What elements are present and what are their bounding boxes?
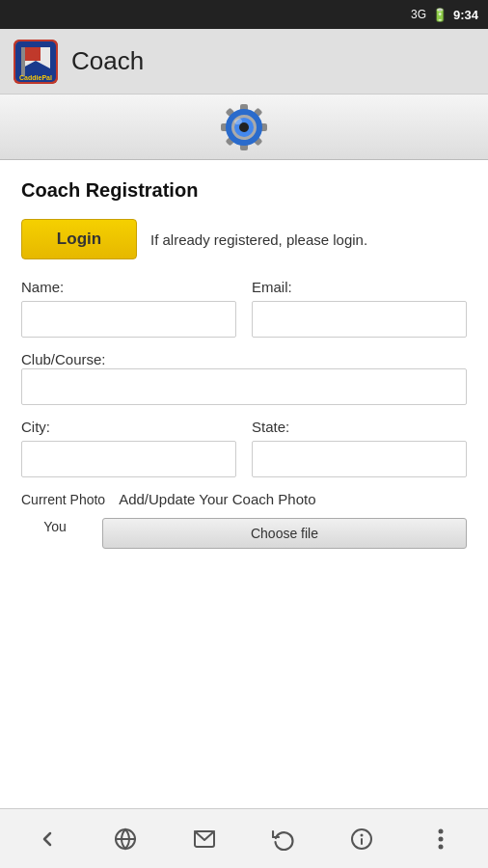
app-bar: CaddiePal Coach (0, 29, 488, 95)
state-group: State: (252, 419, 467, 477)
svg-point-17 (239, 122, 249, 132)
status-bar: 3G 🔋 9:34 (0, 0, 488, 29)
login-row: Login If already registered, please logi… (21, 219, 467, 259)
city-state-row: City: State: (21, 419, 467, 477)
svg-point-25 (439, 828, 444, 833)
back-nav-button[interactable] (26, 818, 68, 860)
refresh-nav-button[interactable] (262, 818, 305, 860)
page-title: Coach Registration (21, 179, 467, 202)
photo-content: Add/Update Your Coach Photo (119, 491, 467, 507)
current-photo-label: Current Photo (21, 491, 105, 508)
city-label: City: (21, 419, 236, 435)
club-course-row: Club/Course: (21, 351, 467, 405)
clock: 9:34 (453, 8, 478, 22)
email-input[interactable] (252, 301, 467, 338)
battery-icon: 🔋 (432, 8, 447, 22)
globe-nav-button[interactable] (104, 818, 147, 860)
gear-icon (219, 102, 269, 152)
svg-text:CaddiePal: CaddiePal (19, 74, 52, 81)
app-logo: CaddiePal (14, 40, 58, 84)
name-group: Name: (21, 279, 236, 338)
photo-hint: Add/Update Your Coach Photo (119, 491, 467, 507)
email-nav-button[interactable] (183, 818, 226, 860)
email-group: Email: (252, 279, 467, 338)
bottom-nav (0, 808, 488, 868)
svg-point-27 (439, 844, 444, 849)
login-hint: If already registered, please login. (150, 230, 467, 250)
city-group: City: (21, 419, 236, 477)
svg-rect-4 (21, 47, 25, 76)
club-course-input[interactable] (21, 368, 467, 405)
choose-file-button[interactable]: Choose file (102, 518, 467, 549)
city-input[interactable] (21, 441, 236, 477)
app-title: Coach (71, 46, 144, 76)
login-button[interactable]: Login (21, 219, 137, 259)
info-nav-button[interactable] (340, 818, 383, 860)
file-upload-area: Choose file (102, 518, 467, 549)
club-course-label: Club/Course: (21, 351, 106, 367)
gear-bar (0, 95, 488, 160)
svg-point-26 (439, 836, 444, 841)
you-label: You (21, 518, 89, 535)
email-label: Email: (252, 279, 467, 295)
name-email-row: Name: Email: (21, 279, 467, 338)
main-content: Coach Registration Login If already regi… (0, 160, 488, 808)
menu-nav-button[interactable] (420, 818, 462, 860)
signal-icon: 3G (411, 8, 426, 21)
photo-row: Current Photo Add/Update Your Coach Phot… (21, 491, 467, 508)
state-label: State: (252, 419, 467, 435)
state-input[interactable] (252, 441, 467, 477)
name-label: Name: (21, 279, 236, 295)
you-file-row: You Choose file (21, 518, 467, 549)
name-input[interactable] (21, 301, 236, 338)
